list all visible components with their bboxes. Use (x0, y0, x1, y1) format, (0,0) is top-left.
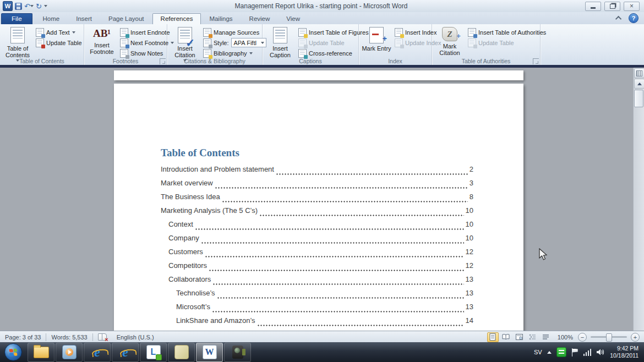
insert-footnote-button[interactable]: AB¹ Insert Footnote (86, 26, 117, 55)
taskbar-remote-app[interactable]: L (140, 343, 167, 362)
tab-review[interactable]: Review (241, 13, 279, 24)
toc-entry-page: 3 (470, 179, 473, 187)
close-button[interactable]: × (624, 2, 640, 11)
scrollbar-thumb[interactable] (634, 90, 643, 107)
scroll-up-button[interactable] (634, 79, 644, 89)
minimize-ribbon-button[interactable] (614, 14, 624, 22)
tab-insert[interactable]: Insert (68, 13, 100, 24)
toc-entry-page: 12 (466, 261, 473, 270)
document-page[interactable]: Table of Contents Introduction and Probl… (114, 84, 523, 331)
toc-entry[interactable]: Technolise’s13 (161, 289, 473, 303)
dot-leader (195, 228, 464, 230)
manage-sources-button[interactable]: Manage Sources (201, 27, 268, 37)
zoom-slider-thumb[interactable] (606, 333, 612, 342)
insert-citation-button[interactable]: Insert Citation (170, 26, 200, 62)
input-language-indicator[interactable]: SV (534, 349, 542, 355)
toc-entry-page: 8 (470, 193, 473, 201)
ribbon-group-table-of-authorities: Z+ Mark Citation Insert Table of Authori… (432, 24, 541, 65)
tab-view[interactable]: View (278, 13, 308, 24)
zoom-level[interactable]: 100% (558, 334, 573, 341)
taskbar-internet-explorer-2[interactable]: e (112, 343, 139, 362)
toc-entry[interactable]: Collaborators13 (161, 275, 473, 289)
toc-entry[interactable]: Market overview3 (161, 179, 473, 193)
toc-heading[interactable]: Table of Contents (161, 147, 239, 159)
toc-entry[interactable]: Competitors12 (161, 261, 473, 275)
outline-view-button[interactable] (527, 332, 538, 342)
mark-entry-button[interactable]: + Mark Entry (361, 26, 392, 52)
ribbon-group-captions: Insert Caption Insert Table of Figures U… (263, 24, 359, 65)
save-icon (15, 3, 22, 10)
taskbar-word-active[interactable]: W (196, 343, 223, 362)
insert-table-of-authorities-button[interactable]: Insert Table of Authorities (466, 27, 548, 37)
word-logo-icon[interactable]: W (3, 1, 13, 11)
undo-dropdown-arrow (30, 5, 34, 7)
toc-entry-page: 13 (466, 275, 473, 283)
zoom-slider[interactable] (591, 336, 627, 338)
full-screen-reading-view-button[interactable] (500, 332, 512, 342)
update-table-button[interactable]: Update Table (34, 37, 84, 48)
bibliography-button[interactable]: Bibliography (201, 48, 268, 58)
taskbar-windows-explorer[interactable] (28, 343, 54, 362)
zoom-out-button[interactable]: − (578, 333, 587, 342)
style-icon (203, 39, 211, 47)
taskbar-notes-app[interactable] (168, 343, 195, 362)
tab-page-layout[interactable]: Page Layout (100, 13, 152, 24)
toc-entry[interactable]: Microsoft’s13 (161, 303, 473, 316)
add-text-button[interactable]: Add Text (34, 27, 84, 37)
style-select[interactable]: APA Fiftl (231, 38, 266, 47)
proofing-status[interactable] (93, 331, 112, 343)
toc-entry[interactable]: Company10 (161, 234, 473, 248)
tab-home[interactable]: Home (35, 13, 68, 24)
dot-leader (205, 256, 464, 257)
dot-leader (259, 215, 463, 216)
toc-entry[interactable]: Marketing Analysis (The 5 C’s)10 (161, 206, 473, 220)
vertical-scrollbar[interactable] (633, 68, 644, 331)
web-layout-view-button[interactable] (514, 332, 525, 342)
customize-qat-button[interactable] (44, 2, 47, 10)
toc-entry[interactable]: The Business Idea8 (161, 193, 473, 206)
toc-entry[interactable]: Customers12 (161, 248, 473, 261)
tab-references[interactable]: References (152, 13, 201, 24)
tray-app-icon[interactable] (556, 347, 566, 357)
table-of-contents-button[interactable]: Table of Contents (2, 26, 33, 62)
tab-file[interactable]: File (1, 13, 32, 24)
taskbar-media-player[interactable] (56, 343, 83, 362)
redo-button[interactable]: ↻ (36, 2, 42, 10)
language-indicator[interactable]: English (U.S.) (112, 331, 159, 343)
page-indicator[interactable]: Page: 3 of 33 (0, 331, 46, 343)
taskbar-internet-explorer-1[interactable]: e (84, 343, 111, 362)
clock[interactable]: 9:42 PM 10/18/2011 (610, 345, 638, 359)
insert-caption-button[interactable]: Insert Caption (265, 26, 296, 58)
remote-app-icon: L (146, 345, 161, 359)
print-layout-view-button[interactable] (487, 332, 499, 342)
minimize-button[interactable] (585, 2, 601, 11)
toc-entry-text: The Business Idea (161, 193, 220, 201)
update-table-icon (468, 39, 476, 47)
word-count[interactable]: Words: 5,533 (46, 331, 92, 343)
clock-date: 10/18/2011 (610, 352, 638, 359)
help-button[interactable]: ? (629, 13, 638, 23)
update-table-icon (36, 39, 44, 47)
table-of-authorities-dialog-launcher[interactable] (533, 58, 539, 64)
toc-entry[interactable]: LinkShare and Amazon’s14 (161, 316, 473, 330)
view-ruler-button[interactable] (634, 68, 644, 78)
save-button[interactable] (15, 2, 22, 10)
mark-citation-button[interactable]: Z+ Mark Citation (434, 26, 465, 56)
footnotes-dialog-launcher[interactable] (160, 58, 166, 64)
zoom-in-button[interactable]: + (631, 333, 640, 342)
taskbar-screen-recorder[interactable] (224, 343, 251, 362)
network-icon[interactable] (583, 349, 592, 356)
insert-index-icon (395, 28, 403, 37)
action-center-flag-icon[interactable] (571, 348, 578, 356)
toc-entry[interactable]: Introduction and Problem statement2 (161, 165, 473, 179)
previous-page-bottom[interactable] (114, 70, 523, 80)
draft-view-button[interactable] (540, 332, 552, 342)
cross-reference-icon (298, 49, 307, 58)
tab-mailings[interactable]: Mailings (201, 13, 241, 24)
start-button[interactable] (3, 343, 24, 361)
volume-icon[interactable] (596, 348, 605, 356)
toc-entry[interactable]: Context10 (161, 220, 473, 234)
undo-button[interactable]: ↶ (24, 2, 34, 10)
restore-button[interactable] (604, 2, 620, 11)
show-hidden-icons-button[interactable] (547, 351, 552, 354)
